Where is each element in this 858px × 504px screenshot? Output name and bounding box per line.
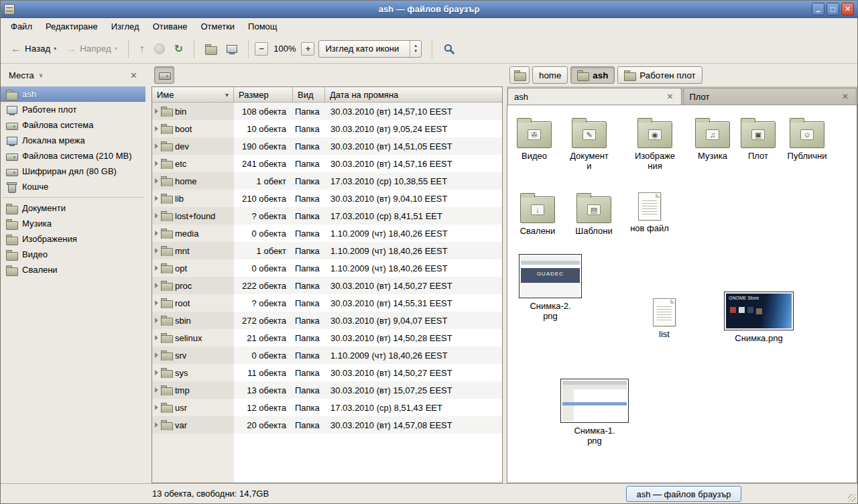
folder-item[interactable]: Изображения xyxy=(628,117,682,172)
menu-item[interactable]: Файл xyxy=(5,20,38,33)
expander-icon[interactable] xyxy=(155,422,158,428)
sidebar-item[interactable]: Музика xyxy=(1,216,145,231)
file-item-snimka[interactable]: GNOME Store Снимка.png xyxy=(722,292,796,344)
table-row[interactable]: tmp 13 обекта Папка 30.03.2010 (вт) 15,0… xyxy=(152,381,502,399)
table-row[interactable]: boot 10 обекта Папка 30.03.2010 (вт) 9,0… xyxy=(152,120,502,137)
places-selector[interactable]: Места xyxy=(3,68,48,82)
expander-icon[interactable] xyxy=(155,109,158,114)
taskbar-window-button[interactable]: ash — файлов браузър xyxy=(626,486,741,502)
expander-icon[interactable] xyxy=(155,353,158,358)
table-row[interactable]: bin 108 обекта Папка 30.03.2010 (вт) 14,… xyxy=(152,103,502,120)
view-mode-select[interactable]: Изглед като икони xyxy=(318,40,422,58)
home-button[interactable] xyxy=(200,40,221,58)
table-row[interactable]: lost+found ? обекта Папка 17.03.2010 (ср… xyxy=(152,207,502,225)
table-row[interactable]: selinux 21 обекта Папка 30.03.2010 (вт) … xyxy=(152,329,502,346)
folder-item[interactable]: Свалени xyxy=(511,192,564,237)
table-row[interactable]: media 0 обекта Папка 1.10.2009 (чт) 18,4… xyxy=(152,225,502,242)
icon-view[interactable]: Видео Документи Изображения Музи xyxy=(507,105,857,483)
up-button[interactable]: ↑ xyxy=(135,40,149,58)
column-header-size[interactable]: Размер xyxy=(234,87,293,103)
expander-icon[interactable] xyxy=(155,231,158,236)
menu-item[interactable]: Помощ xyxy=(242,20,283,33)
expander-icon[interactable] xyxy=(155,283,158,288)
back-dropdown-icon[interactable]: ▾ xyxy=(54,46,56,52)
menu-item[interactable]: Отметки xyxy=(194,20,241,33)
tab-ash[interactable]: ash xyxy=(507,88,682,105)
table-row[interactable]: usr 12 обекта Папка 17.03.2010 (ср) 8,51… xyxy=(152,399,502,416)
close-sidebar-icon[interactable] xyxy=(125,69,143,82)
pane-splitter[interactable] xyxy=(145,64,151,483)
sidebar-item[interactable]: Файлова система xyxy=(1,117,145,133)
pathbar-scroll-button[interactable] xyxy=(509,66,530,84)
column-header-date[interactable]: Дата на промяна xyxy=(325,87,502,103)
expander-icon[interactable] xyxy=(155,161,158,166)
folder-item[interactable]: Плот xyxy=(731,117,785,162)
column-header-type[interactable]: Вид xyxy=(293,87,325,103)
folder-item[interactable]: Видео xyxy=(507,117,561,162)
forward-button[interactable]: → Напред ▾ xyxy=(61,40,122,58)
stop-button[interactable] xyxy=(149,40,170,58)
sidebar-item[interactable]: Работен плот xyxy=(1,102,145,117)
expander-icon[interactable] xyxy=(155,213,158,218)
pathbar-ash-button[interactable]: ash xyxy=(570,66,615,84)
sidebar-item[interactable]: Видео xyxy=(1,247,145,262)
table-row[interactable]: srv 0 обекта Папка 1.10.2009 (чт) 18,40,… xyxy=(152,346,502,364)
pathbar-home-button[interactable]: home xyxy=(532,66,568,84)
computer-button[interactable] xyxy=(221,40,242,58)
expander-icon[interactable] xyxy=(155,300,158,306)
folder-item[interactable]: Шаблони xyxy=(567,192,621,237)
sidebar-item[interactable]: Документи xyxy=(1,200,145,216)
zoom-out-button[interactable]: − xyxy=(255,42,268,56)
tab-close-icon[interactable] xyxy=(665,92,674,101)
sidebar-item[interactable]: Свалени xyxy=(1,262,145,277)
table-row[interactable]: opt 0 обекта Папка 1.10.2009 (чт) 18,40,… xyxy=(152,259,502,277)
expander-icon[interactable] xyxy=(155,143,158,149)
back-button[interactable]: ← Назад ▾ xyxy=(6,40,61,58)
sidebar-item[interactable]: ash xyxy=(1,86,145,102)
search-button[interactable] xyxy=(438,40,460,58)
column-header-name[interactable]: Име xyxy=(152,87,234,103)
table-row[interactable]: etc 241 обекта Папка 30.03.2010 (вт) 14,… xyxy=(152,155,502,172)
minimize-button[interactable] xyxy=(812,3,824,15)
table-row[interactable]: proc 222 обекта Папка 30.03.2010 (вт) 14… xyxy=(152,277,502,294)
sidebar-item[interactable]: Шифриран дял (80 GB) xyxy=(1,164,145,179)
expander-icon[interactable] xyxy=(155,318,158,323)
menu-item[interactable]: Отиване xyxy=(147,20,194,33)
file-item-list[interactable]: list xyxy=(637,298,691,340)
expander-icon[interactable] xyxy=(155,126,158,131)
close-button[interactable] xyxy=(841,3,854,15)
tab-close-icon[interactable] xyxy=(841,92,850,101)
tab-plot[interactable]: Плот xyxy=(683,88,857,105)
table-row[interactable]: lib 210 обекта Папка 30.03.2010 (вт) 9,0… xyxy=(152,190,502,207)
table-row[interactable]: var 20 обекта Папка 30.03.2010 (вт) 14,5… xyxy=(152,416,502,434)
menu-item[interactable]: Редактиране xyxy=(40,20,104,33)
expander-icon[interactable] xyxy=(155,248,158,253)
expander-icon[interactable] xyxy=(155,370,158,375)
sidebar-item[interactable]: Изображения xyxy=(1,231,145,247)
file-item-snimka1[interactable]: Снимка-1.png xyxy=(561,379,628,446)
folder-item[interactable]: Публични xyxy=(780,117,834,162)
sidebar-item[interactable]: Кошче xyxy=(1,179,145,194)
table-row[interactable]: sys 11 обекта Папка 30.03.2010 (вт) 14,5… xyxy=(152,364,502,381)
expander-icon[interactable] xyxy=(155,335,158,340)
resize-grip[interactable] xyxy=(848,494,856,502)
file-item-snimka2[interactable]: GUADEC Снимка-2.png xyxy=(517,254,584,322)
zoom-in-button[interactable]: + xyxy=(301,42,314,56)
table-row[interactable]: root ? обекта Папка 30.03.2010 (вт) 14,5… xyxy=(152,294,502,312)
maximize-button[interactable] xyxy=(826,3,839,15)
reload-button[interactable]: ↻ xyxy=(170,40,188,58)
expander-icon[interactable] xyxy=(155,196,158,201)
expander-icon[interactable] xyxy=(155,387,158,393)
table-row[interactable]: mnt 1 обект Папка 1.10.2009 (чт) 18,40,2… xyxy=(152,242,502,259)
spinner-arrows-icon[interactable] xyxy=(410,41,421,57)
pathbar-desktop-button[interactable]: Работен плот xyxy=(617,66,702,84)
expander-icon[interactable] xyxy=(155,405,158,410)
sidebar-item[interactable]: Файлова система (210 MB) xyxy=(1,148,145,164)
pathbar-root-button[interactable] xyxy=(154,66,174,84)
table-row[interactable]: sbin 272 обекта Папка 30.03.2010 (вт) 9,… xyxy=(152,312,502,329)
table-row[interactable]: home 1 обект Папка 17.03.2010 (ср) 10,38… xyxy=(152,172,502,190)
file-item-new-file[interactable]: нов файл xyxy=(623,192,676,234)
expander-icon[interactable] xyxy=(155,265,158,271)
sidebar-item[interactable]: Локална мрежа xyxy=(1,133,145,148)
table-row[interactable]: dev 190 обекта Папка 30.03.2010 (вт) 14,… xyxy=(152,137,502,155)
